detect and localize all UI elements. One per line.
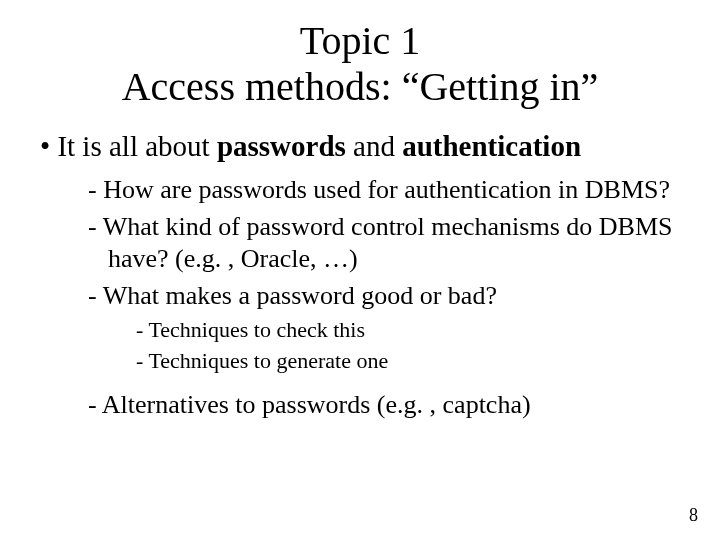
title-line-1: Topic 1 bbox=[300, 18, 421, 63]
text: Alternatives to passwords (e.g. , captch… bbox=[102, 390, 531, 419]
bullet-level3: Techniques to check this bbox=[136, 316, 680, 345]
text: How are passwords used for authenticatio… bbox=[103, 175, 670, 204]
text: Techniques to check this bbox=[148, 317, 365, 342]
page-number: 8 bbox=[689, 505, 698, 526]
text: and bbox=[346, 130, 402, 162]
slide: Topic 1 Access methods: “Getting in” It … bbox=[0, 0, 720, 540]
bold-text: passwords bbox=[217, 130, 346, 162]
spacer bbox=[40, 377, 680, 385]
bullet-list: It is all about passwords and authentica… bbox=[40, 128, 680, 422]
text: Techniques to generate one bbox=[148, 348, 388, 373]
text: What kind of password control mechanisms… bbox=[103, 212, 673, 274]
bullet-level3: Techniques to generate one bbox=[136, 347, 680, 376]
text: It is all about bbox=[57, 130, 216, 162]
bullet-level2: What kind of password control mechanisms… bbox=[88, 211, 680, 276]
bullet-level2: What makes a password good or bad? bbox=[88, 280, 680, 313]
bullet-level1: It is all about passwords and authentica… bbox=[40, 128, 680, 164]
slide-title: Topic 1 Access methods: “Getting in” bbox=[40, 18, 680, 110]
bold-text: authentication bbox=[402, 130, 581, 162]
text: What makes a password good or bad? bbox=[103, 281, 497, 310]
title-line-2: Access methods: “Getting in” bbox=[122, 64, 599, 109]
bullet-level2: How are passwords used for authenticatio… bbox=[88, 174, 680, 207]
bullet-level2: Alternatives to passwords (e.g. , captch… bbox=[88, 389, 680, 422]
